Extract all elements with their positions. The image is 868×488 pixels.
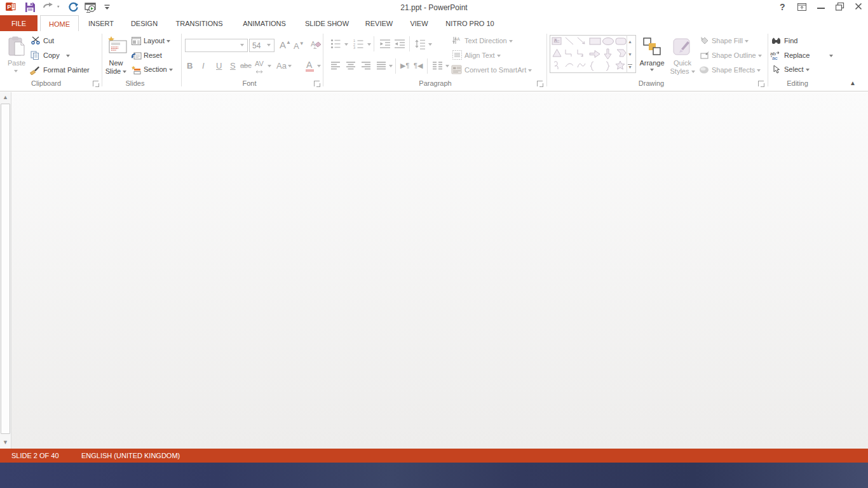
svg-text:A: A xyxy=(457,37,460,41)
svg-text:A: A xyxy=(554,38,557,43)
svg-text:3: 3 xyxy=(353,46,355,49)
svg-text:P: P xyxy=(7,3,11,10)
svg-text:ac: ac xyxy=(772,55,777,60)
svg-text:A: A xyxy=(311,40,316,48)
